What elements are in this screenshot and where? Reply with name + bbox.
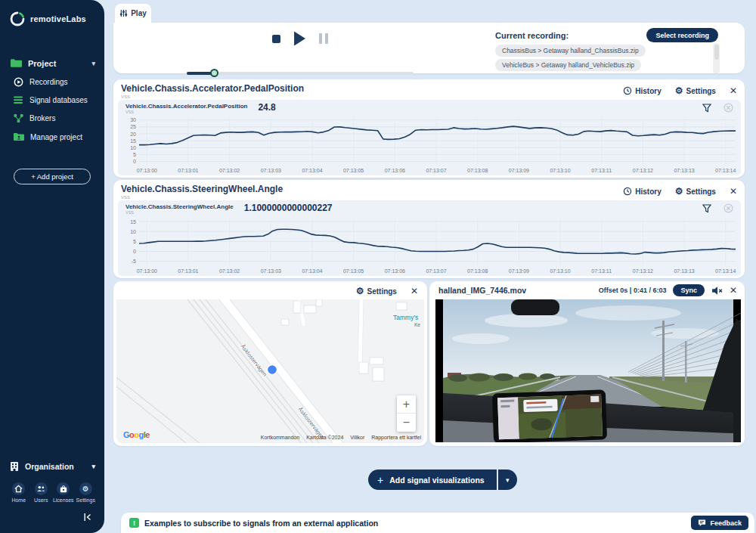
- transport-controls: [187, 29, 414, 48]
- terms-link[interactable]: Villkor: [350, 435, 364, 440]
- svg-text:07:13:08: 07:13:08: [467, 168, 488, 173]
- close-icon[interactable]: ✕: [730, 85, 737, 96]
- close-icon[interactable]: ✕: [730, 186, 737, 197]
- recording-chip: ChassisBus > Getaway halland_ChassisBus.…: [495, 45, 646, 57]
- video-frame-content: [443, 299, 741, 442]
- line-chart-pedal-position[interactable]: 30252015105007:13:0007:13:0107:13:0207:1…: [121, 116, 738, 175]
- zoom-out-button[interactable]: −: [397, 414, 416, 432]
- filter-icon[interactable]: [702, 104, 711, 113]
- filter-icon[interactable]: [702, 204, 711, 213]
- video-offset-label: Offset 0s | 0:41 / 6:03: [599, 287, 667, 294]
- svg-text:30: 30: [130, 117, 136, 122]
- sidebar-item-signal-databases[interactable]: Signal databases: [0, 91, 104, 109]
- home-icon: [14, 485, 23, 493]
- sync-button[interactable]: Sync: [673, 284, 705, 296]
- history-button[interactable]: History: [623, 187, 661, 196]
- google-map[interactable]: Åsklostervägen Åsklostervägen Tammy's Ke…: [116, 299, 424, 443]
- vehicle-position-marker[interactable]: [268, 365, 277, 374]
- sidebar-item-manage-project[interactable]: Manage project: [0, 128, 104, 146]
- svg-text:10: 10: [130, 229, 136, 234]
- svg-text:07:13:02: 07:13:02: [219, 168, 240, 173]
- sidebar-item-home[interactable]: Home: [8, 482, 30, 503]
- google-logo[interactable]: Google: [123, 430, 150, 439]
- tab-play[interactable]: Play: [115, 4, 151, 23]
- svg-text:20: 20: [130, 132, 136, 137]
- svg-text:07:13:09: 07:13:09: [509, 168, 529, 173]
- sidebar-item-users[interactable]: Users: [30, 482, 53, 503]
- sidebar-item-settings[interactable]: ⚙ Settings: [75, 482, 98, 503]
- gear-icon: ⚙: [675, 186, 683, 197]
- sidebar-spacer: [0, 184, 104, 457]
- map-attribution: Kortkommandon Kartdata ©2024 Villkor Rap…: [261, 435, 421, 440]
- clear-circle-icon[interactable]: [723, 103, 733, 113]
- svg-text:07:13:12: 07:13:12: [633, 268, 653, 274]
- report-error-link[interactable]: Rapportera ett kartfel: [371, 435, 421, 440]
- collapse-icon: [83, 513, 92, 521]
- map-settings-button[interactable]: ⚙ Settings: [356, 286, 397, 296]
- svg-text:07:13:06: 07:13:06: [385, 268, 405, 274]
- svg-text:07:13:10: 07:13:10: [550, 168, 570, 173]
- sidebar-item-brokers[interactable]: Brokers: [0, 109, 104, 128]
- series-legend: Vehicle.Chassis.Accelerator.PedalPositio…: [125, 103, 247, 110]
- line-chart-steering-angle[interactable]: 151050-507:13:0007:13:0107:13:0207:13:03…: [121, 216, 738, 275]
- briefcase-icon: [60, 485, 67, 493]
- history-button[interactable]: History: [623, 86, 661, 95]
- gear-icon: ⚙: [675, 85, 683, 96]
- current-recording-label: Current recording:: [495, 31, 569, 40]
- seek-handle[interactable]: [210, 69, 218, 77]
- pause-button[interactable]: [319, 33, 328, 44]
- svg-text:07:13:13: 07:13:13: [674, 168, 694, 173]
- svg-text:-5: -5: [132, 259, 136, 264]
- play-circle-icon: [14, 77, 23, 87]
- add-visualizations-menu-button[interactable]: ▾: [498, 469, 517, 490]
- svg-text:07:13:03: 07:13:03: [261, 168, 281, 173]
- svg-text:15: 15: [130, 138, 136, 144]
- settings-button[interactable]: ⚙ Settings: [675, 85, 716, 96]
- play-button[interactable]: [293, 31, 306, 46]
- add-visualizations-split-button: + Add signal visualizations ▾: [368, 469, 517, 490]
- sidebar-item-label: Signal databases: [29, 96, 88, 104]
- side-road: [360, 299, 361, 371]
- settings-button[interactable]: ⚙ Settings: [675, 186, 716, 197]
- keyboard-shortcuts-link[interactable]: Kortkommandon: [261, 435, 299, 440]
- brand-name: remotiveLabs: [30, 14, 86, 23]
- folder-user-icon: [14, 132, 24, 141]
- history-clock-icon: [623, 187, 632, 196]
- close-icon[interactable]: ✕: [411, 286, 418, 296]
- svg-text:0: 0: [133, 249, 136, 254]
- select-recording-button[interactable]: Select recording: [646, 28, 718, 42]
- sliders-icon: [119, 9, 128, 17]
- network-icon: [14, 113, 23, 123]
- chart-card-pedal-position: Vehicle.Chassis.Accelerator.PedalPositio…: [113, 79, 745, 178]
- svg-text:07:13:08: 07:13:08: [467, 268, 488, 274]
- play-icon: [293, 31, 306, 46]
- svg-text:07:13:10: 07:13:10: [550, 268, 570, 274]
- feedback-button[interactable]: Feedback: [691, 516, 748, 530]
- stop-button[interactable]: [272, 35, 280, 43]
- add-project-button[interactable]: + Add project: [14, 169, 91, 184]
- close-icon[interactable]: ✕: [730, 285, 737, 296]
- stop-icon: [272, 35, 280, 43]
- recording-list-scrollbar[interactable]: [713, 43, 720, 73]
- organisation-selector[interactable]: Organisation ▾: [0, 457, 104, 476]
- poi-label[interactable]: Tammy's: [393, 314, 418, 321]
- examples-icon: !: [129, 518, 139, 528]
- sidebar-item-licenses[interactable]: Licenses: [52, 482, 75, 503]
- sidebar-item-recordings[interactable]: Recordings: [0, 73, 104, 91]
- zoom-in-button[interactable]: +: [397, 395, 416, 414]
- dashcam-frame: [435, 299, 741, 442]
- add-signal-visualizations-button[interactable]: + Add signal visualizations: [368, 469, 497, 490]
- examples-accordion[interactable]: ! Examples to subscribe to signals from …: [121, 513, 754, 533]
- mute-icon[interactable]: [711, 286, 723, 296]
- chevron-down-icon[interactable]: ▾: [91, 60, 95, 67]
- video-player[interactable]: [435, 299, 741, 442]
- svg-text:07:13:14: 07:13:14: [715, 268, 736, 274]
- car-touchscreen: [492, 389, 607, 442]
- clear-circle-icon[interactable]: [723, 203, 733, 213]
- collapse-sidebar-button[interactable]: [83, 503, 104, 533]
- seek-slider[interactable]: [187, 72, 414, 75]
- building-icon: [9, 461, 20, 472]
- sidebar-item-project[interactable]: Project ▾: [0, 54, 104, 73]
- map-canvas: Åsklostervägen Åsklostervägen Tammy's Ke: [116, 299, 424, 443]
- organisation-label: Organisation: [25, 462, 74, 471]
